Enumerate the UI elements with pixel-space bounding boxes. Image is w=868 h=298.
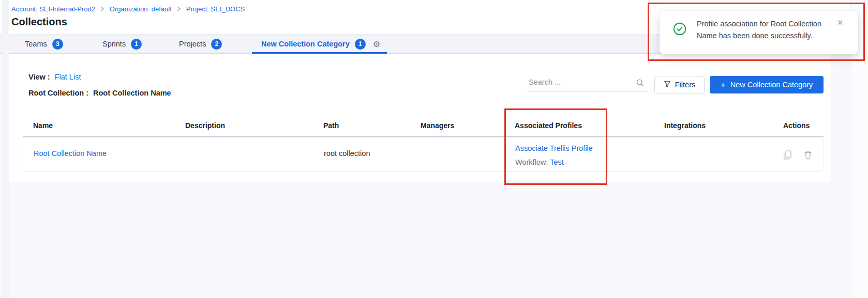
- tab-count-badge: 2: [211, 39, 222, 50]
- filters-label: Filters: [675, 81, 695, 89]
- left-gutter: [2, 0, 9, 298]
- tab-new-collection-category[interactable]: New Collection Category 1 ⚙: [261, 34, 380, 54]
- tab-count-badge: 1: [131, 39, 142, 50]
- table-header-row: Name Description Path Managers Associate…: [23, 117, 824, 136]
- breadcrumb: Account: SEI-Internal-Prod2 Organization…: [11, 5, 245, 13]
- column-header-actions: Actions: [783, 121, 810, 130]
- success-check-icon: [673, 22, 686, 38]
- associated-profiles-cell: Associate Trellis Profile Workflow: Test: [515, 142, 593, 169]
- tab-label: New Collection Category: [261, 40, 350, 48]
- tab-count-badge: 1: [355, 39, 366, 50]
- collection-name-link[interactable]: Root Collection Name: [34, 149, 107, 158]
- breadcrumb-account-link[interactable]: Account: SEI-Internal-Prod2: [11, 5, 95, 13]
- table-row: Root Collection Name root collection Ass…: [23, 137, 824, 172]
- filter-funnel-icon: [664, 81, 671, 89]
- breadcrumb-organization-link[interactable]: Organization: default: [110, 5, 172, 13]
- success-toast: Profile association for Root Collection …: [660, 11, 858, 54]
- tab-count-badge: 3: [52, 39, 63, 50]
- tab-label: Projects: [179, 40, 206, 48]
- tab-teams[interactable]: Teams 3: [25, 34, 63, 54]
- workflow-test-link[interactable]: Test: [550, 158, 564, 166]
- column-header-path: Path: [323, 121, 339, 130]
- active-tab-underline: [252, 52, 387, 54]
- filters-button[interactable]: Filters: [654, 76, 705, 93]
- chevron-right-icon: [100, 6, 105, 11]
- tab-sprints[interactable]: Sprints 1: [102, 34, 142, 54]
- path-cell: root collection: [324, 149, 370, 158]
- column-header-integrations: Integrations: [664, 121, 706, 130]
- root-collection-row: Root Collection : Root Collection Name: [28, 89, 171, 97]
- close-icon[interactable]: ✕: [837, 19, 844, 26]
- toast-message: Profile association for Root Collection …: [697, 18, 835, 42]
- column-header-name: Name: [33, 121, 53, 130]
- associate-trellis-profile-link[interactable]: Associate Trellis Profile: [515, 142, 593, 155]
- search-box: [527, 76, 648, 92]
- flat-list-link[interactable]: Flat List: [55, 73, 81, 81]
- view-row: View : Flat List: [28, 73, 81, 81]
- plus-icon: +: [721, 81, 726, 89]
- new-collection-category-button[interactable]: + New Collection Category: [710, 76, 824, 93]
- page-title: Collections: [11, 16, 67, 28]
- tab-label: Sprints: [102, 40, 126, 48]
- copy-icon[interactable]: [783, 150, 792, 162]
- view-label: View :: [28, 73, 50, 81]
- new-collection-category-label: New Collection Category: [730, 81, 813, 89]
- trash-icon[interactable]: [804, 150, 812, 162]
- tab-label: Teams: [25, 40, 47, 48]
- column-header-associated-profiles: Associated Profiles: [515, 121, 582, 130]
- column-header-managers: Managers: [421, 121, 454, 130]
- root-collection-label: Root Collection :: [28, 89, 88, 97]
- tab-projects[interactable]: Projects 2: [179, 34, 222, 54]
- gear-icon[interactable]: ⚙: [373, 39, 380, 49]
- column-header-description: Description: [185, 121, 225, 130]
- root-collection-value: Root Collection Name: [93, 89, 171, 97]
- workflow-label: Workflow:: [515, 158, 548, 166]
- chevron-right-icon: [176, 6, 182, 11]
- search-input[interactable]: [527, 76, 648, 91]
- search-icon: [636, 79, 645, 89]
- breadcrumb-project-link[interactable]: Project: SEI_DOCS: [186, 5, 245, 13]
